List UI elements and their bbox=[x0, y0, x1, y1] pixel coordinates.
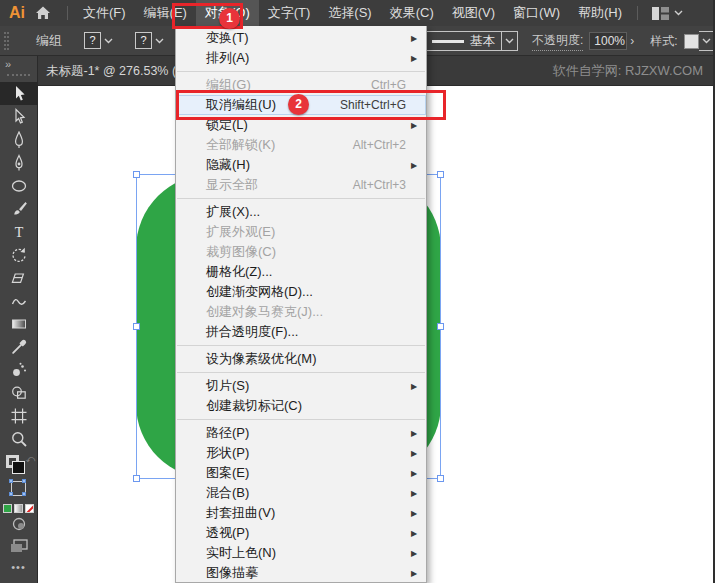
panel-grip-icon[interactable] bbox=[4, 32, 9, 50]
menu-item[interactable]: 排列(A)▶ bbox=[176, 48, 426, 68]
menu-item-label: 扩展外观(E) bbox=[206, 223, 275, 241]
submenu-arrow-icon: ▶ bbox=[406, 54, 422, 63]
style-swatch[interactable] bbox=[684, 34, 699, 49]
chevron-down-icon bbox=[104, 38, 113, 44]
menu-separator bbox=[177, 345, 425, 346]
menu-item-label: 形状(P) bbox=[206, 444, 249, 462]
none-button[interactable] bbox=[25, 504, 34, 513]
shape-builder-tool-icon bbox=[10, 384, 28, 402]
selection-handle[interactable] bbox=[133, 323, 140, 330]
edit-toolbar-button[interactable]: ••• bbox=[0, 561, 37, 573]
submenu-arrow-icon: ▶ bbox=[406, 382, 422, 391]
brush-dropdown-button[interactable] bbox=[502, 31, 518, 51]
menu-item[interactable]: 扩展(X)... bbox=[176, 202, 426, 222]
selection-handle[interactable] bbox=[437, 171, 444, 178]
fill-swatch[interactable] bbox=[12, 461, 25, 474]
swap-fill-stroke-icon[interactable]: ⤺ bbox=[25, 454, 35, 465]
stroke-color-dropdown[interactable]: ? bbox=[135, 32, 164, 49]
menu-separator bbox=[177, 198, 425, 199]
eyedropper-tool-icon bbox=[10, 338, 28, 356]
selection-tool[interactable] bbox=[0, 82, 38, 105]
selection-handle[interactable] bbox=[437, 323, 444, 330]
menu-item[interactable]: 形状(P)▶ bbox=[176, 443, 426, 463]
opacity-value-field[interactable]: 100% bbox=[589, 32, 627, 50]
submenu-arrow-icon: ▶ bbox=[406, 509, 422, 518]
ellipse-tool[interactable] bbox=[0, 174, 38, 197]
menu-item[interactable]: 混合(B)▶ bbox=[176, 483, 426, 503]
document-tab[interactable]: 未标题-1* @ 276.53% (C bbox=[46, 56, 185, 86]
menu-item[interactable]: 图案(E)▶ bbox=[176, 463, 426, 483]
fill-unknown-swatch[interactable]: ? bbox=[84, 32, 101, 49]
menu-separator bbox=[177, 71, 425, 72]
handle-dot bbox=[9, 492, 13, 496]
curvature-tool[interactable] bbox=[0, 151, 38, 174]
symbol-sprayer-tool[interactable] bbox=[0, 358, 38, 381]
menu-item-label: 设为像素级优化(M) bbox=[206, 350, 317, 368]
menubar-item-9[interactable]: 帮助(H) bbox=[569, 0, 631, 26]
direct-selection-tool[interactable] bbox=[0, 105, 38, 128]
draw-mode-button[interactable] bbox=[0, 513, 38, 535]
selection-handle[interactable] bbox=[133, 475, 140, 482]
screen-mode-button[interactable] bbox=[0, 535, 38, 557]
gradient-button[interactable] bbox=[14, 504, 23, 513]
menu-item[interactable]: 创建裁切标记(C) bbox=[176, 396, 426, 416]
tools-panel-header: » bbox=[0, 56, 37, 82]
menu-item-label: 混合(B) bbox=[206, 484, 249, 502]
stroke-unknown-swatch[interactable]: ? bbox=[135, 32, 152, 49]
menu-item[interactable]: 变换(T)▶ bbox=[176, 28, 426, 48]
menu-item[interactable]: 设为像素级优化(M) bbox=[176, 349, 426, 369]
menu-item[interactable]: 实时上色(N)▶ bbox=[176, 543, 426, 563]
pen-tool[interactable] bbox=[0, 128, 38, 151]
menu-item[interactable]: 隐藏(H)▶ bbox=[176, 155, 426, 175]
type-tool[interactable]: T bbox=[0, 220, 38, 243]
home-icon[interactable] bbox=[35, 5, 51, 21]
zoom-tool[interactable] bbox=[0, 427, 38, 450]
handle-dot bbox=[22, 479, 26, 483]
menu-bar: Ai 文件(F)编辑(E)对象(O)文字(T)选择(S)效果(C)视图(V)窗口… bbox=[0, 0, 715, 26]
symbol-sprayer-tool-icon bbox=[10, 361, 28, 379]
submenu-arrow-icon: ▶ bbox=[406, 489, 422, 498]
menu-item-label: 扩展(X)... bbox=[206, 203, 260, 221]
color-button[interactable] bbox=[3, 504, 12, 513]
paintbrush-tool[interactable] bbox=[0, 197, 38, 220]
selection-handle[interactable] bbox=[133, 171, 140, 178]
menu-item-label: 路径(P) bbox=[206, 424, 249, 442]
toolbar-widgets: ⤺ ••• bbox=[0, 452, 37, 573]
menu-item[interactable]: 图像描摹▶ bbox=[176, 563, 426, 583]
shape-builder-tool[interactable] bbox=[0, 381, 38, 404]
step2-highlight-box bbox=[176, 90, 446, 120]
brush-definition-dropdown[interactable]: 基本 bbox=[425, 31, 502, 51]
menu-item[interactable]: 切片(S)▶ bbox=[176, 376, 426, 396]
menu-item[interactable]: 栅格化(Z)... bbox=[176, 262, 426, 282]
menu-item[interactable]: 创建渐变网格(D)... bbox=[176, 282, 426, 302]
menubar-item-7[interactable]: 视图(V) bbox=[443, 0, 504, 26]
menu-item[interactable]: 透视(P)▶ bbox=[176, 523, 426, 543]
menu-item-label: 封套扭曲(V) bbox=[206, 504, 275, 522]
collapse-panel-icon[interactable]: » bbox=[5, 58, 10, 70]
menu-item[interactable]: 封套扭曲(V)▶ bbox=[176, 503, 426, 523]
workspace-switcher[interactable] bbox=[644, 7, 691, 20]
eraser-tool[interactable] bbox=[0, 266, 38, 289]
handle-dot bbox=[22, 492, 26, 496]
menubar-item-5[interactable]: 选择(S) bbox=[319, 0, 380, 26]
rotate-tool[interactable] bbox=[0, 243, 38, 266]
menubar-item-1[interactable]: 文件(F) bbox=[74, 0, 135, 26]
opacity-slider-button[interactable]: › bbox=[630, 34, 634, 48]
selection-handle[interactable] bbox=[437, 475, 444, 482]
illustrator-logo[interactable]: Ai bbox=[0, 4, 35, 22]
artboard-tool[interactable] bbox=[0, 404, 38, 427]
gradient-tool[interactable] bbox=[0, 312, 38, 335]
panel-grip-icon[interactable] bbox=[7, 74, 30, 76]
fill-color-dropdown[interactable]: ? bbox=[84, 32, 113, 49]
opacity-label[interactable]: 不透明度: bbox=[532, 32, 583, 51]
menubar-item-6[interactable]: 效果(C) bbox=[381, 0, 443, 26]
shaper-tool[interactable] bbox=[0, 289, 38, 312]
menu-item[interactable]: 拼合透明度(F)... bbox=[176, 322, 426, 342]
menubar-item-8[interactable]: 窗口(W) bbox=[504, 0, 569, 26]
menu-item-label: 显示全部 bbox=[206, 176, 258, 194]
eyedropper-tool[interactable] bbox=[0, 335, 38, 358]
menu-item[interactable]: 路径(P)▶ bbox=[176, 423, 426, 443]
fill-stroke-widget[interactable]: ⤺ bbox=[0, 452, 38, 478]
menubar-item-4[interactable]: 文字(T) bbox=[259, 0, 320, 26]
selection-tool-icon bbox=[10, 85, 28, 103]
